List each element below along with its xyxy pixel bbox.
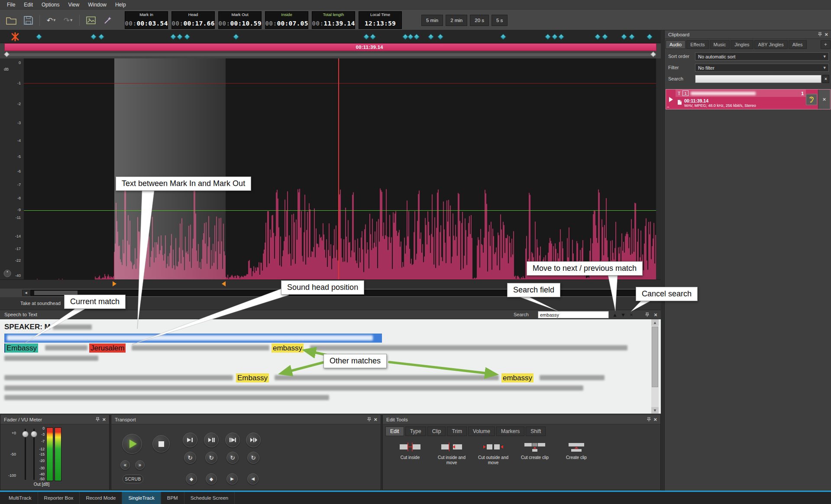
timeline-marker[interactable]	[595, 34, 601, 40]
edit-tools-tab-shift[interactable]: Shift	[526, 427, 546, 436]
play-to-end-button[interactable]	[183, 433, 197, 447]
mode-tab-reporter-box[interactable]: Reporter Box	[38, 492, 80, 504]
current-match-word[interactable]: Embassy	[4, 343, 38, 353]
loop-button[interactable]: ↻	[184, 452, 196, 464]
position-marker-icon[interactable]	[10, 32, 20, 42]
scrollbar-thumb[interactable]	[652, 327, 658, 387]
collapse-chevrons-icon[interactable]: ^^	[667, 106, 669, 109]
scroll-left-button[interactable]: ◀	[22, 290, 30, 296]
edit-tools-tab-type[interactable]: Type	[405, 427, 426, 436]
save-button[interactable]	[21, 14, 35, 27]
menu-item-window[interactable]: Window	[84, 1, 111, 9]
timeline-marker[interactable]	[233, 34, 239, 40]
step-backward-button[interactable]: ◀	[247, 473, 259, 485]
take-at-soundhead-button[interactable]: Take at soundhead	[20, 301, 61, 306]
clear-search-button[interactable]: ×	[822, 75, 829, 83]
timeline-marker[interactable]	[177, 34, 183, 40]
export-image-button[interactable]	[84, 14, 98, 27]
panel-divider[interactable]	[661, 30, 664, 491]
soundhead-word[interactable]: Jerusalem	[89, 343, 126, 353]
timeline-marker-strip[interactable]	[0, 30, 661, 43]
menu-item-file[interactable]: File	[3, 1, 19, 9]
clipboard-tab-alles[interactable]: Alles	[789, 40, 807, 49]
loop-markin-button[interactable]: ↻	[226, 452, 239, 464]
filter-dropdown[interactable]: No filter ▼	[695, 64, 829, 72]
edit-tools-tab-clip[interactable]: Clip	[427, 427, 446, 436]
menu-item-help[interactable]: Help	[111, 1, 130, 9]
match-word[interactable]: embassy	[501, 373, 534, 382]
timeline-marker[interactable]	[545, 34, 551, 40]
speech-search-input[interactable]	[538, 311, 609, 318]
timeline-marker[interactable]	[184, 34, 190, 40]
zoom-button-2-min[interactable]: 2 min	[446, 15, 467, 26]
skip-forward-button[interactable]: »	[135, 460, 145, 470]
mode-tab-singletrack[interactable]: SingleTrack	[122, 492, 161, 504]
edit-tools-tab-volume[interactable]: Volume	[468, 427, 495, 436]
menu-item-options[interactable]: Options	[37, 1, 64, 9]
close-panel-button[interactable]: ×	[652, 311, 659, 318]
marker-goto-button[interactable]: ◆	[206, 473, 217, 485]
menu-item-edit[interactable]: Edit	[19, 1, 37, 9]
skip-back-button[interactable]: «	[120, 460, 130, 470]
close-icon[interactable]: ×	[102, 417, 106, 422]
stop-button[interactable]	[152, 435, 170, 453]
play-from-markin-button[interactable]	[225, 433, 240, 447]
timeline-marker[interactable]	[407, 34, 414, 40]
open-file-button[interactable]	[4, 14, 18, 27]
loop-selection-button[interactable]: ↻	[205, 452, 217, 464]
scroll-up-button[interactable]: ▲	[651, 319, 659, 326]
timeline-marker[interactable]	[363, 34, 369, 40]
mode-tab-schedule-screen[interactable]: Schedule Screen	[184, 492, 235, 504]
monitor-knob[interactable]	[3, 270, 11, 277]
menu-item-view[interactable]: View	[64, 1, 84, 9]
mark-out-handle[interactable]	[222, 281, 226, 286]
timeline-marker[interactable]	[437, 34, 443, 40]
next-match-button[interactable]: ▼	[620, 311, 627, 318]
item-play-area[interactable]: ^^	[666, 90, 676, 109]
clipboard-tab-music[interactable]: Music	[710, 40, 730, 49]
mode-tab-record-mode[interactable]: Record Mode	[80, 492, 122, 504]
selected-transcript-row[interactable]	[4, 334, 382, 343]
cancel-search-button[interactable]: ✕	[628, 311, 635, 318]
tool-cut-outside-and-move[interactable]: Cut outside and move	[474, 441, 513, 465]
remove-item-button[interactable]: ×	[818, 90, 830, 109]
loop-markout-button[interactable]: ↻	[247, 452, 259, 464]
timeline-marker[interactable]	[629, 34, 635, 40]
timeline-marker[interactable]	[98, 34, 104, 40]
scroll-down-button[interactable]: ▼	[651, 407, 659, 414]
clipboard-tab-jingles[interactable]: Jingles	[731, 40, 753, 49]
play-over-cut-button[interactable]	[246, 433, 261, 447]
mark-in-handle[interactable]	[113, 281, 116, 286]
mode-tab-multitrack[interactable]: MultiTrack	[3, 492, 38, 504]
clipboard-audio-item[interactable]: ^^ T 1 1 00:11:39.14 WAV, MPEG; 48.0 kHz…	[666, 89, 831, 109]
timeline-marker[interactable]	[170, 34, 176, 40]
tool-cut-create-clip[interactable]: Cut create clip	[515, 441, 554, 465]
timeline-marker[interactable]	[370, 34, 376, 40]
play-button[interactable]	[122, 434, 142, 454]
close-icon[interactable]: ×	[653, 417, 657, 422]
fader-knob-left[interactable]	[22, 431, 29, 437]
timeline-marker[interactable]	[602, 34, 608, 40]
close-icon[interactable]: ×	[825, 32, 828, 37]
pin-icon[interactable]	[367, 417, 371, 422]
timeline-marker[interactable]	[552, 34, 558, 40]
pin-panel-button[interactable]	[643, 311, 650, 318]
timeline-marker[interactable]	[558, 34, 564, 40]
zoom-button-5-s[interactable]: 5 s	[491, 15, 508, 26]
range-bar[interactable]	[4, 53, 656, 57]
clipboard-tab-audio[interactable]: Audio	[666, 40, 685, 49]
zoom-button-5-min[interactable]: 5 min	[421, 15, 443, 26]
previous-match-button[interactable]: ▲	[611, 311, 618, 318]
transcript-scrollbar[interactable]: ▲ ▼	[651, 319, 659, 414]
pin-icon[interactable]	[96, 417, 100, 422]
tool-cut-inside[interactable]: Cut inside	[391, 441, 430, 465]
redo-button[interactable]: ↷▼	[61, 14, 75, 27]
timeline-marker[interactable]	[91, 34, 97, 40]
tool-cut-inside-and-move[interactable]: Cut inside and move	[432, 441, 471, 465]
zoom-button-20-s[interactable]: 20 s	[470, 15, 489, 26]
timeline-marker[interactable]	[428, 34, 434, 40]
add-tab-button[interactable]: +	[821, 40, 831, 49]
clipboard-tab-effects[interactable]: Effects	[686, 40, 708, 49]
pin-icon[interactable]	[647, 417, 651, 422]
scrub-button[interactable]: SCRUB	[123, 475, 143, 483]
